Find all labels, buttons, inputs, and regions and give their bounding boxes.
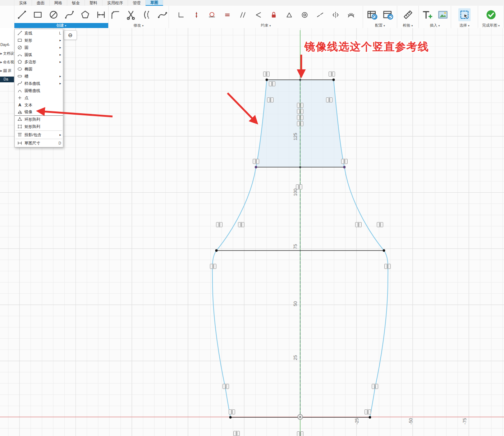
config-derive-icon[interactable]	[382, 8, 394, 21]
symmetry-constraint-icon[interactable]	[297, 115, 303, 120]
toolbar-group-label-finish[interactable]: 完成草图▾	[478, 23, 504, 28]
coincident-icon[interactable]	[192, 8, 201, 21]
tangent-icon[interactable]	[207, 8, 216, 21]
menu-item-文本[interactable]: A文本	[15, 101, 63, 109]
sketch-point[interactable]	[215, 249, 218, 252]
tab-实用程序[interactable]: 实用程序	[102, 0, 128, 6]
rectangle-icon[interactable]	[32, 8, 44, 21]
tab-管理[interactable]: 管理	[128, 0, 146, 6]
offset-icon[interactable]	[141, 8, 153, 21]
symmetry-constraint-icon[interactable]	[238, 222, 244, 228]
tab-塑料[interactable]: 塑料	[85, 0, 102, 6]
browser-item-命名视图[interactable]: ▸ 命名视图	[0, 60, 14, 65]
menu-item-样条曲线[interactable]: 样条曲线▸	[15, 80, 63, 87]
circle-icon[interactable]	[47, 8, 60, 21]
browser-item-文档设置[interactable]: ▸ 文档设置	[0, 51, 14, 56]
sketch-midpoint[interactable]	[299, 79, 301, 81]
symmetry-constraint-icon[interactable]	[377, 222, 383, 228]
sketch-point[interactable]	[333, 79, 335, 81]
menu-item-镜像[interactable]: 镜像	[15, 109, 63, 116]
menu-item-直线[interactable]: 直线L	[15, 29, 63, 37]
symmetry-constraint-icon[interactable]	[253, 159, 259, 164]
symmetry-constraint-icon[interactable]	[372, 384, 378, 389]
dimension-label[interactable]: 25	[293, 355, 298, 360]
sketch-midpoint[interactable]	[299, 166, 301, 168]
profile-right-curve[interactable]	[334, 80, 388, 417]
polygon-icon[interactable]	[79, 8, 91, 21]
axis-label[interactable]: -25	[354, 418, 359, 424]
parallel-icon[interactable]	[238, 8, 247, 21]
curve-icon[interactable]	[156, 8, 169, 21]
menu-item-椭圆[interactable]: 椭圆	[15, 65, 63, 73]
symmetry-constraint-icon[interactable]	[216, 222, 223, 228]
symmetry-constraint-icon[interactable]	[297, 109, 303, 114]
symmetry-constraint-icon[interactable]	[210, 263, 216, 269]
perpendicular-icon[interactable]	[253, 8, 263, 21]
trim-icon[interactable]	[125, 8, 137, 21]
symmetry-constraint-icon[interactable]	[267, 97, 274, 103]
tab-曲面[interactable]: 曲面	[32, 0, 50, 6]
sketch-point[interactable]	[369, 416, 371, 419]
sketch-point[interactable]	[343, 166, 346, 169]
browser-item-Da[interactable]: Da	[0, 77, 14, 82]
toolbar-group-label-create[interactable]: 创建▾	[14, 23, 108, 28]
symmetry-constraint-icon[interactable]	[385, 263, 391, 269]
symmetry-constraint-icon[interactable]	[297, 102, 303, 108]
axis-label[interactable]: -75	[462, 418, 467, 424]
toolbar-group-label-modify[interactable]: 修改▾	[109, 23, 169, 28]
tab-实体[interactable]: 实体	[14, 0, 32, 6]
dimension-label[interactable]: 50	[293, 301, 298, 306]
sketch-point[interactable]	[229, 416, 232, 419]
fix-lock-icon[interactable]	[269, 8, 278, 21]
dimension-label[interactable]: 125	[293, 133, 298, 141]
symmetry-constraint-icon[interactable]	[229, 409, 235, 415]
curvature-icon[interactable]	[346, 8, 356, 21]
equal-icon[interactable]	[223, 8, 232, 21]
insert-text-icon[interactable]	[421, 8, 433, 21]
menu-item-槽[interactable]: 槽▸	[15, 73, 63, 80]
menu-item-圆锥曲线[interactable]: 圆锥曲线	[15, 87, 63, 94]
browser-item-Day4-[interactable]: Day4-	[0, 43, 14, 47]
menu-item-环形阵列[interactable]: 环形阵列	[15, 116, 63, 123]
symmetry-constraint-icon[interactable]	[356, 222, 362, 228]
axis-label[interactable]: -50	[408, 418, 413, 424]
symmetry-icon[interactable]	[331, 8, 340, 21]
midpoint-icon[interactable]	[284, 8, 294, 21]
symmetry-constraint-icon[interactable]	[297, 431, 303, 436]
toolbar-group-label-configure[interactable]: 配置▾	[363, 23, 397, 28]
symmetry-constraint-icon[interactable]	[264, 71, 270, 77]
sketch-point[interactable]	[255, 166, 257, 169]
symmetry-constraint-icon[interactable]	[329, 71, 335, 77]
symmetry-constraint-icon[interactable]	[234, 431, 240, 436]
select-box-icon[interactable]	[458, 8, 471, 21]
toolbar-group-label-select[interactable]: 选择▾	[451, 23, 478, 28]
finish-check-icon[interactable]	[485, 8, 497, 21]
dimension-label[interactable]: 100	[293, 189, 298, 196]
menu-item-矩形阵列[interactable]: 矩形阵列	[15, 123, 63, 130]
symmetry-constraint-icon[interactable]	[269, 81, 275, 87]
spline-icon[interactable]	[63, 8, 75, 21]
concentric-icon[interactable]	[300, 8, 309, 21]
toolbar-group-label-inspect[interactable]: 检验▾	[397, 23, 418, 28]
toolbar-group-label-insert[interactable]: 插入▾	[419, 23, 451, 28]
menu-item-矩形[interactable]: 矩形▸	[15, 37, 63, 44]
profile-left-curve[interactable]	[212, 80, 267, 417]
symmetry-constraint-icon[interactable]	[297, 121, 303, 127]
collapse-button[interactable]: ⊖	[64, 30, 77, 40]
symmetry-constraint-icon[interactable]	[223, 384, 229, 389]
symmetry-constraint-icon[interactable]	[342, 159, 348, 164]
toolbar-group-label-constraints[interactable]: 约束▾	[169, 23, 363, 28]
line-icon[interactable]	[16, 8, 28, 21]
config-table-icon[interactable]	[366, 8, 378, 21]
menu-item-草图尺寸[interactable]: 草图尺寸D	[15, 139, 63, 147]
menu-item-投影/包含[interactable]: 投影/包含▸	[15, 131, 63, 138]
insert-image-icon[interactable]	[437, 8, 449, 21]
menu-item-圆[interactable]: 圆▸	[15, 44, 63, 51]
tab-网格[interactable]: 网格	[50, 0, 67, 6]
menu-item-点[interactable]: 点	[15, 94, 63, 101]
symmetry-constraint-icon[interactable]	[326, 97, 333, 103]
menu-item-多边形[interactable]: 多边形▸	[15, 58, 63, 65]
browser-item-原[interactable]: ▸ ▦ 原	[0, 68, 14, 73]
menu-item-圆弧[interactable]: 圆弧▸	[15, 51, 63, 58]
dimension-icon[interactable]	[95, 8, 107, 21]
